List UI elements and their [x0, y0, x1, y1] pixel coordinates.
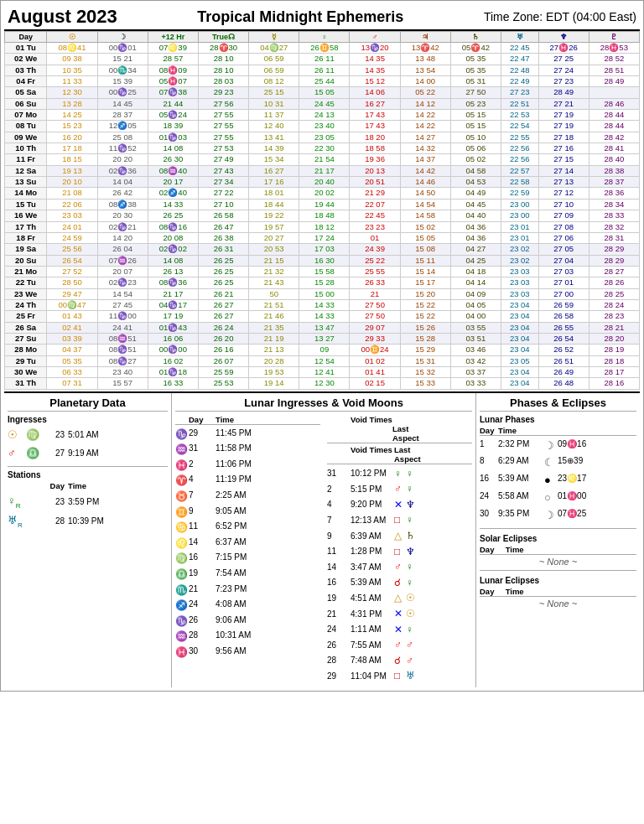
table-cell: 14 08	[148, 255, 198, 266]
timezone-label: Time Zone: EDT (04:00 East)	[484, 10, 636, 23]
table-cell: 25 59	[198, 366, 248, 377]
table-cell: 28 29	[589, 244, 639, 255]
phase-note: 07♓25	[558, 507, 600, 525]
table-cell: 04 53	[450, 177, 501, 188]
table-cell: 15 12	[350, 76, 400, 87]
table-cell: 00♑01	[97, 43, 148, 54]
void-time: 9:20 PM	[351, 498, 394, 511]
table-cell: 13 48	[400, 54, 450, 65]
table-cell: 21 17	[148, 288, 198, 299]
table-cell: 12 41	[299, 366, 350, 377]
lunar-ingress-sign: ♊	[175, 505, 189, 521]
table-cell: 26 48	[538, 378, 589, 389]
void-row: 712:13 AM□♀	[327, 512, 472, 528]
table-cell: 28 29	[589, 255, 639, 266]
table-cell: 11 Fr	[5, 154, 47, 165]
table-cell: 30 We	[5, 366, 47, 377]
table-cell: 14 22	[400, 110, 450, 121]
table-cell: 18 Fr	[5, 232, 47, 243]
table-cell: 18 48	[299, 210, 350, 221]
table-cell: 01♑03	[148, 132, 198, 143]
table-cell: 02♑23	[97, 277, 148, 288]
phase-time: 9:35 PM	[498, 507, 544, 525]
table-cell: 15 58	[299, 266, 350, 277]
table-cell: 12 54	[299, 355, 350, 366]
table-cell: 23 04	[501, 345, 538, 355]
table-cell: 04 40	[450, 210, 501, 221]
lunar-ingress-row: ♋116:52 PM	[175, 520, 320, 536]
void-time: 4:31 PM	[351, 608, 394, 621]
void-day: 31	[327, 467, 351, 480]
table-cell: 00♏34	[97, 65, 148, 75]
table-cell: 05 02	[450, 154, 501, 165]
phases-col-time: Time	[498, 426, 544, 435]
table-cell: 28♓53	[589, 43, 639, 54]
table-cell: 27 15	[538, 154, 589, 165]
table-cell: 26 07	[198, 355, 248, 366]
table-cell: 27 53	[198, 143, 248, 154]
phase-day: 8	[480, 454, 498, 472]
table-cell: 06 59	[249, 54, 299, 65]
table-cell: 08♐38	[97, 199, 148, 210]
table-cell: 27 49	[198, 154, 248, 165]
table-cell: 08♑36	[148, 277, 198, 288]
table-cell: 19 22	[249, 210, 299, 221]
ingresses-col-time: Time	[216, 415, 262, 424]
table-cell: 26 54	[47, 255, 97, 266]
table-cell: 27 01	[538, 277, 589, 288]
void-aspect: ✕	[394, 606, 406, 622]
table-cell: 27 55	[198, 132, 248, 143]
void-day: 29	[327, 670, 351, 683]
last-aspect-header: Last Aspect	[392, 424, 416, 443]
ephemeris-title: Tropical Midnight Ephemeris	[197, 8, 403, 26]
table-cell: 03 Th	[5, 65, 47, 75]
void-row: 111:28 PM□♆	[327, 544, 472, 560]
table-cell: 23 01	[501, 221, 538, 232]
solar-eclipse-col-day: Day	[480, 545, 494, 554]
table-cell: 08 Tu	[5, 121, 47, 132]
station-time: 10:39 PM	[68, 514, 118, 528]
table-cell: 09 38	[47, 54, 97, 65]
col-header-pluto: ♇	[589, 32, 639, 43]
void-day: 16	[327, 576, 351, 589]
table-cell: 21 44	[148, 98, 198, 109]
table-cell: 28 37	[589, 177, 639, 188]
table-cell: 27 56	[198, 98, 248, 109]
void-time: 6:39 AM	[351, 530, 394, 543]
table-cell: 22 06	[47, 199, 97, 210]
void-row: 96:39 AM△♄	[327, 528, 472, 544]
lunar-ingress-sign: ♍	[175, 551, 189, 567]
void-day: 2	[327, 483, 351, 496]
void-row: 25:15 PM♂♀	[327, 481, 472, 497]
table-cell: 25 08	[97, 132, 148, 143]
table-cell: 27 12	[538, 188, 589, 199]
void-planet: ♄	[406, 528, 418, 544]
table-cell: 05 35	[450, 65, 501, 75]
table-cell: 14 46	[400, 177, 450, 188]
table-cell: 12 Sa	[5, 165, 47, 176]
table-cell: 05 06	[450, 143, 501, 154]
table-cell: 26 04	[97, 244, 148, 255]
table-cell: 10 35	[47, 65, 97, 75]
void-day: 11	[327, 545, 351, 558]
table-cell: 19 53	[249, 366, 299, 377]
lunar-eclipse-col-time: Time	[506, 587, 524, 596]
lunar-ingress-time: 11:45 PM	[216, 427, 262, 443]
table-cell: 14 50	[400, 188, 450, 199]
table-cell: 23 02	[501, 244, 538, 255]
planetary-data: Planetary Data Ingresses ☉♍235:01 AM♂♎27…	[4, 393, 172, 687]
phase-symbol: ☽	[544, 438, 558, 455]
void-day: 14	[327, 561, 351, 574]
table-cell: 25 56	[47, 244, 97, 255]
table-cell: 04 14	[450, 277, 501, 288]
table-cell: 03 42	[450, 355, 501, 366]
lunar-ingress-day: 31	[189, 442, 216, 458]
table-cell: 19 36	[350, 154, 400, 165]
table-cell: 16 27	[350, 98, 400, 109]
calendar-table: Day ☉ ☽ +12 Hr True☊ ☿ ♀ ♂ ♃ ♄ ♅ ♆ ♇ 01 …	[4, 31, 640, 390]
table-cell: 15 11	[400, 255, 450, 266]
void-aspect: ♀	[394, 466, 406, 482]
table-cell: 15 22	[400, 311, 450, 322]
lunar-ingress-sign: ♋	[175, 520, 189, 536]
table-cell: 04 09	[450, 288, 501, 299]
